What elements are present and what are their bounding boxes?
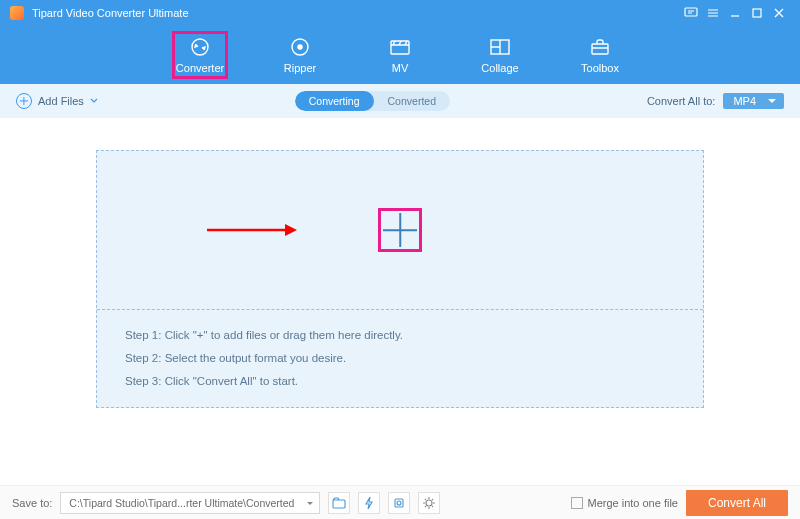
status-segment: Converting Converted: [295, 91, 450, 111]
tab-converter[interactable]: Converter: [172, 31, 228, 79]
svg-rect-1: [753, 9, 761, 17]
gpu-button[interactable]: [388, 492, 410, 514]
ripper-icon: [289, 36, 311, 58]
top-nav: Converter Ripper MV Collage Toolbox: [0, 26, 800, 84]
step-3: Step 3: Click "Convert All" to start.: [125, 370, 675, 393]
tab-label: Ripper: [284, 62, 316, 74]
convert-all-to: Convert All to: MP4: [647, 93, 784, 109]
plus-circle-icon: [16, 93, 32, 109]
step-1: Step 1: Click "+" to add files or drag t…: [125, 324, 675, 347]
save-to-label: Save to:: [12, 497, 52, 509]
checkbox-icon: [571, 497, 583, 509]
merge-checkbox[interactable]: Merge into one file: [571, 497, 678, 509]
seg-converting[interactable]: Converting: [295, 91, 374, 111]
tab-label: MV: [392, 62, 409, 74]
tab-label: Converter: [176, 62, 224, 74]
app-title: Tipard Video Converter Ultimate: [32, 7, 680, 19]
annotation-arrow-icon: [207, 223, 297, 237]
chevron-down-icon: [90, 98, 98, 104]
maximize-icon[interactable]: [746, 4, 768, 22]
tab-collage[interactable]: Collage: [472, 36, 528, 74]
collage-icon: [489, 36, 511, 58]
format-dropdown[interactable]: MP4: [723, 93, 784, 109]
settings-button[interactable]: [418, 492, 440, 514]
converter-icon: [188, 36, 212, 58]
add-files-button[interactable]: Add Files: [16, 93, 98, 109]
convert-all-button[interactable]: Convert All: [686, 490, 788, 516]
feedback-icon[interactable]: [680, 4, 702, 22]
menu-icon[interactable]: [702, 4, 724, 22]
convert-all-to-label: Convert All to:: [647, 95, 715, 107]
save-path-dropdown[interactable]: C:\Tipard Studio\Tipard...rter Ultimate\…: [60, 492, 320, 514]
svg-point-12: [397, 501, 401, 505]
svg-point-13: [426, 500, 432, 506]
sub-bar: Add Files Converting Converted Convert A…: [0, 84, 800, 118]
work-area: Step 1: Click "+" to add files or drag t…: [0, 118, 800, 485]
toolbox-icon: [589, 36, 611, 58]
close-icon[interactable]: [768, 4, 790, 22]
svg-point-4: [298, 45, 302, 49]
tab-toolbox[interactable]: Toolbox: [572, 36, 628, 74]
mv-icon: [389, 36, 411, 58]
drop-zone-top: [97, 151, 703, 309]
open-folder-button[interactable]: [328, 492, 350, 514]
tab-label: Toolbox: [581, 62, 619, 74]
merge-label: Merge into one file: [587, 497, 678, 509]
svg-rect-7: [592, 44, 608, 54]
step-2: Step 2: Select the output format you des…: [125, 347, 675, 370]
minimize-icon[interactable]: [724, 4, 746, 22]
plus-icon: [383, 213, 417, 247]
tab-label: Collage: [481, 62, 518, 74]
tab-ripper[interactable]: Ripper: [272, 36, 328, 74]
add-file-plus-button[interactable]: [378, 208, 422, 252]
svg-rect-10: [333, 500, 345, 508]
lightning-button[interactable]: [358, 492, 380, 514]
tab-mv[interactable]: MV: [372, 36, 428, 74]
title-bar: Tipard Video Converter Ultimate: [0, 0, 800, 26]
svg-marker-9: [285, 224, 297, 236]
app-logo-icon: [10, 6, 24, 20]
svg-rect-11: [395, 499, 403, 507]
bottom-bar: Save to: C:\Tipard Studio\Tipard...rter …: [0, 485, 800, 519]
add-files-label: Add Files: [38, 95, 84, 107]
drop-zone[interactable]: Step 1: Click "+" to add files or drag t…: [96, 150, 704, 408]
seg-converted[interactable]: Converted: [374, 91, 450, 111]
instructions: Step 1: Click "+" to add files or drag t…: [97, 309, 703, 407]
svg-rect-0: [685, 8, 697, 16]
